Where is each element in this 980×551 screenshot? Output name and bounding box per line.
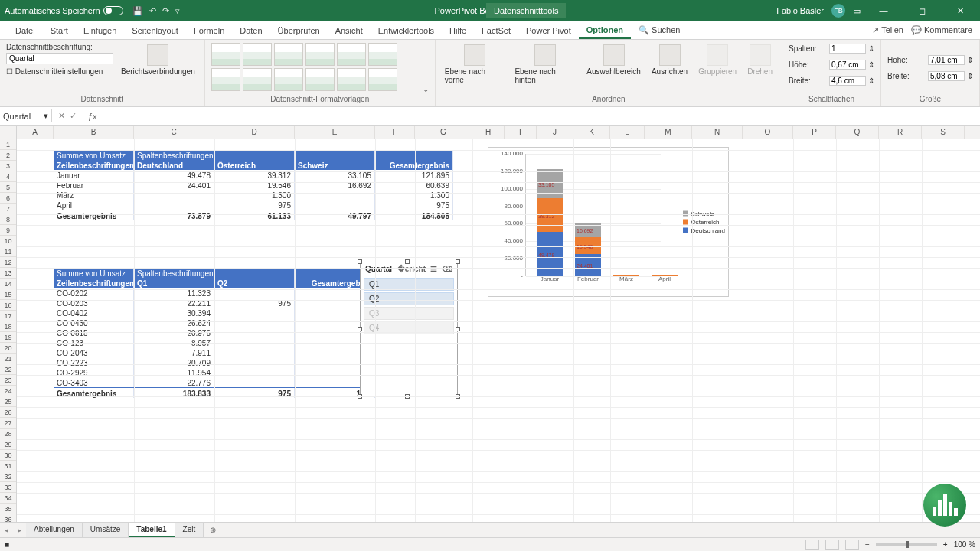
tab-help[interactable]: Hilfe: [442, 23, 474, 38]
sheet-nav-prev[interactable]: ◂: [0, 526, 13, 534]
row-header[interactable]: 4: [0, 171, 16, 182]
style-swatch[interactable]: [274, 68, 303, 91]
row-header[interactable]: 13: [0, 268, 16, 279]
column-header[interactable]: A: [17, 126, 54, 139]
pivot-value-cell[interactable]: 20.709: [134, 357, 214, 367]
maximize-button[interactable]: ◻: [906, 6, 937, 16]
enter-icon[interactable]: ✓: [70, 111, 77, 121]
pivot-value-cell[interactable]: 19.546: [214, 180, 295, 190]
button-width-input[interactable]: [829, 76, 866, 86]
multi-select-icon[interactable]: ☰: [430, 265, 437, 273]
pivot-value-cell[interactable]: [134, 190, 214, 200]
pivot-value-cell[interactable]: [214, 357, 295, 367]
search-box[interactable]: 🔍 Suchen: [631, 22, 688, 38]
row-header[interactable]: 11: [0, 246, 16, 257]
pivot-value-cell[interactable]: [214, 308, 295, 318]
tab-formulas[interactable]: Formeln: [186, 23, 232, 38]
column-header[interactable]: S: [922, 126, 965, 139]
column-header[interactable]: F: [375, 126, 415, 139]
close-button[interactable]: ✕: [945, 6, 975, 16]
row-header[interactable]: 26: [0, 407, 16, 418]
pivot-row-label[interactable]: März: [54, 190, 134, 200]
row-header[interactable]: 34: [0, 493, 16, 504]
pivot-row-label[interactable]: CO-0203: [54, 298, 134, 308]
row-header[interactable]: 20: [0, 343, 16, 354]
row-header[interactable]: 8: [0, 214, 16, 225]
column-header[interactable]: L: [610, 126, 645, 139]
style-swatch[interactable]: [211, 43, 240, 66]
row-header[interactable]: 19: [0, 332, 16, 343]
slicer-settings-check[interactable]: ☐ Datenschnitteinstellungen: [6, 67, 113, 76]
user-avatar[interactable]: FB: [831, 4, 845, 18]
style-swatch[interactable]: [368, 68, 397, 91]
fx-icon[interactable]: ƒx: [83, 112, 102, 121]
bring-forward-button[interactable]: Ebene nach vorne: [442, 43, 508, 86]
column-header[interactable]: N: [692, 126, 743, 139]
row-header[interactable]: 14: [0, 279, 16, 289]
spinner-icon[interactable]: ⇕: [967, 56, 973, 64]
row-header[interactable]: 15: [0, 289, 16, 300]
sheet-nav-next[interactable]: ▸: [13, 526, 26, 534]
multi-select-icon[interactable]: �ericht: [397, 265, 426, 273]
tab-insert[interactable]: Einfügen: [76, 23, 124, 38]
row-header[interactable]: 12: [0, 257, 16, 268]
tab-data[interactable]: Daten: [232, 23, 270, 38]
column-header[interactable]: J: [537, 126, 573, 139]
row-header[interactable]: 3: [0, 161, 16, 171]
save-icon[interactable]: 💾: [132, 6, 143, 16]
column-header[interactable]: E: [295, 126, 375, 139]
slicer-item[interactable]: Q3: [364, 307, 454, 320]
pivot-value-cell[interactable]: 7.911: [134, 347, 214, 357]
column-header[interactable]: O: [743, 126, 793, 139]
align-button[interactable]: Ausrichten: [648, 43, 691, 77]
style-swatch[interactable]: [305, 68, 335, 91]
autosave-toggle[interactable]: Automatisches Speichern: [5, 6, 123, 15]
pivot-value-cell[interactable]: 1.300: [214, 190, 295, 200]
zoom-in-button[interactable]: +: [943, 540, 948, 549]
column-header[interactable]: P: [793, 126, 836, 139]
chart-plot-area[interactable]: -20.00040.00060.00080.000100.000120.0001…: [525, 154, 661, 276]
name-box[interactable]: Quartal▾: [0, 109, 52, 122]
row-header[interactable]: 24: [0, 386, 16, 396]
view-pagelayout-button[interactable]: [825, 540, 839, 550]
cancel-icon[interactable]: ✕: [58, 111, 65, 121]
column-header[interactable]: Q: [836, 126, 879, 139]
group-button[interactable]: Gruppieren: [695, 43, 740, 77]
tab-developer[interactable]: Entwicklertools: [371, 23, 442, 38]
row-header[interactable]: 22: [0, 364, 16, 375]
resize-handle[interactable]: [456, 327, 460, 331]
pivot-value-cell[interactable]: [214, 318, 295, 328]
row-header[interactable]: 27: [0, 418, 16, 429]
tab-file[interactable]: Datei: [8, 23, 43, 38]
slicer-item[interactable]: Q2: [364, 292, 454, 305]
gallery-more-icon[interactable]: ⌄: [423, 85, 429, 93]
cells-area[interactable]: Summe von UmsatzSpaltenbeschriftungen▾ Z…: [17, 139, 980, 523]
style-swatch[interactable]: [368, 43, 397, 66]
share-button[interactable]: ↗ Teilen: [872, 25, 903, 35]
sheet-tab[interactable]: Zeit: [175, 523, 204, 537]
pivot-row-label[interactable]: CO-0430: [54, 318, 134, 328]
sheet-tab[interactable]: Umsätze: [83, 523, 129, 537]
pivot-row-label[interactable]: April: [54, 200, 134, 210]
slicer-style-gallery[interactable]: [211, 43, 418, 91]
row-header[interactable]: 21: [0, 354, 16, 364]
tab-factset[interactable]: FactSet: [474, 23, 518, 38]
column-header[interactable]: G: [415, 126, 472, 139]
user-name[interactable]: Fabio Basler: [776, 6, 824, 15]
row-header[interactable]: 2: [0, 150, 16, 161]
style-swatch[interactable]: [337, 43, 366, 66]
style-swatch[interactable]: [305, 43, 335, 66]
pivot-value-cell[interactable]: [214, 367, 295, 377]
pivot-value-cell[interactable]: 16.692: [295, 180, 375, 190]
spinner-icon[interactable]: ⇕: [868, 77, 874, 85]
spinner-icon[interactable]: ⇕: [967, 72, 973, 80]
legend-item[interactable]: Deutschland: [683, 227, 725, 234]
row-header[interactable]: 28: [0, 429, 16, 439]
spinner-icon[interactable]: ⇕: [868, 60, 874, 69]
row-header[interactable]: 23: [0, 375, 16, 386]
row-header[interactable]: 10: [0, 236, 16, 246]
minimize-button[interactable]: —: [868, 6, 899, 15]
resize-handle[interactable]: [358, 327, 362, 331]
row-header[interactable]: 7: [0, 204, 16, 214]
column-header[interactable]: B: [54, 126, 134, 139]
